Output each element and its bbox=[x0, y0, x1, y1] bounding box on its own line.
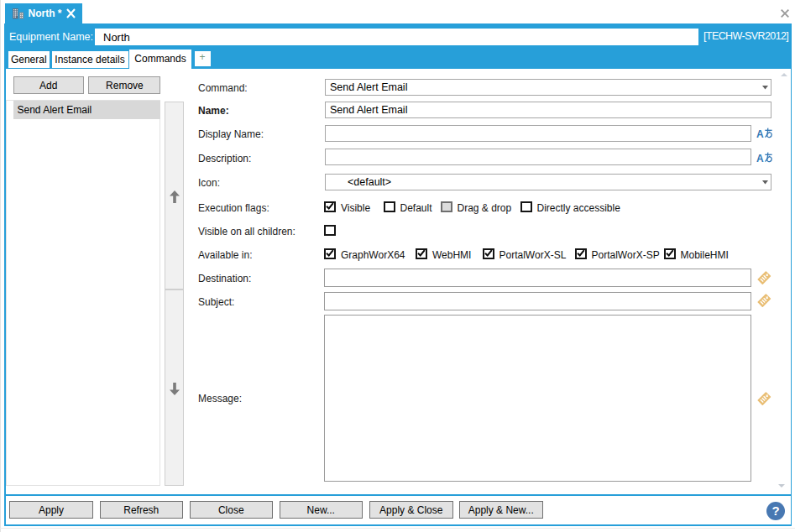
svg-text:A: A bbox=[756, 128, 764, 140]
svg-text:A: A bbox=[756, 153, 764, 164]
